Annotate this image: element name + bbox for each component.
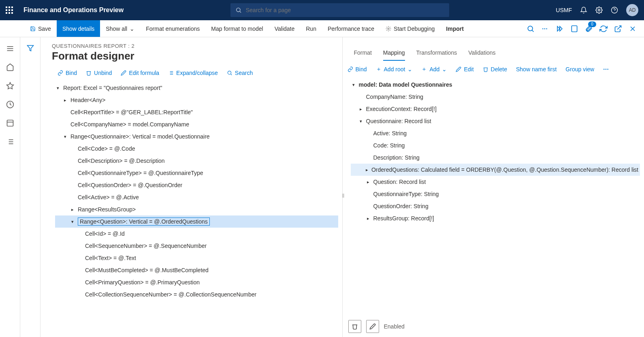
tree-node[interactable]: ▸Cell<Text> = @.Text [55,252,338,264]
tab-format[interactable]: Format [354,47,372,61]
tab-validations[interactable]: Validations [468,47,495,61]
r-more-icon[interactable]: ⋯ [603,66,610,73]
office-icon[interactable] [570,25,578,33]
delete-button[interactable]: Delete [483,66,507,73]
footer-delete-button[interactable] [348,320,361,333]
tree-node-label: Active: String [373,130,407,137]
unbind-button[interactable]: Unbind [86,70,112,76]
r-bind-button[interactable]: Bind [348,66,367,73]
expand-collapse-button[interactable]: Expand/collapse [168,70,218,76]
tree-node[interactable]: ▸Cell<CompanyName> = model.CompanyName [55,118,338,130]
tree-node[interactable]: ▾Questionnaire: Record list [351,115,640,127]
legal-entity[interactable]: USMF [556,7,572,13]
tree-node[interactable]: ▸Header<Any> [55,94,338,106]
performance-trace-button[interactable]: Performance trace [322,20,380,37]
tree-node[interactable]: ▸QuestionnaireType: String [351,188,640,200]
filter-icon[interactable] [27,45,34,52]
caret-right-icon[interactable]: ▸ [365,167,369,173]
tree-node[interactable]: ▾Report: Excel = "Questionnaires report" [55,82,338,94]
related-icon[interactable] [556,25,564,33]
tree-node[interactable]: ▸Cell<MustBeCompleted> = @.MustBeComplet… [55,264,338,276]
caret-down-icon[interactable]: ▾ [70,219,75,224]
tree-node[interactable]: ▸Cell<CollectionSequenceNumber> = @.Coll… [55,288,338,301]
mapping-tree[interactable]: ▾model: Data model Questionnaires▸Compan… [343,76,644,316]
workspace-icon[interactable] [6,119,14,127]
caret-down-icon[interactable]: ▾ [351,82,356,87]
enabled-label: Enabled [384,323,405,330]
caret-right-icon[interactable]: ▸ [358,107,364,112]
r-edit-button[interactable]: Edit [456,66,473,73]
tree-node[interactable]: ▾Range<Question>: Vertical = @.OrderedQu… [55,215,338,228]
caret-right-icon[interactable]: ▸ [70,207,75,212]
tree-search-button[interactable]: Search [227,70,253,76]
tree-node[interactable]: ▸Code: String [351,139,640,151]
attachments-icon[interactable] [585,25,593,33]
popout-icon[interactable] [614,25,622,33]
hamburger-icon[interactable] [6,45,14,53]
bind-button[interactable]: Bind [58,70,77,76]
show-all-button[interactable]: Show all⌄ [100,20,140,37]
refresh-icon[interactable] [599,25,608,33]
tree-node[interactable]: ▸Cell<ReportTitle> = @"GER_LABEL:ReportT… [55,106,338,118]
format-tree[interactable]: ▾Report: Excel = "Questionnaires report"… [41,79,342,337]
run-button[interactable]: Run [300,20,322,37]
more-icon[interactable]: ⋯ [541,25,549,33]
save-button[interactable]: Save [24,20,57,37]
caret-right-icon[interactable]: ▸ [365,216,371,221]
close-icon[interactable] [629,25,637,33]
tab-mapping[interactable]: Mapping [383,47,405,61]
search-action-icon[interactable] [527,25,535,33]
gear-icon[interactable] [595,6,603,14]
tree-node[interactable]: ▸Cell<Description> = @.Description [55,155,338,167]
tree-node-label: Code: String [373,142,405,149]
tree-node[interactable]: ▸Range<ResultsGroup> [55,203,338,215]
tree-node[interactable]: ▾model: Data model Questionnaires [351,79,640,91]
search-input[interactable] [246,7,444,13]
start-debugging-button[interactable]: Start Debugging [380,20,440,37]
caret-down-icon[interactable]: ▾ [358,119,364,124]
app-launcher-icon[interactable] [6,6,13,14]
edit-formula-button[interactable]: Edit formula [121,70,159,76]
map-format-button[interactable]: Map format to model [205,20,269,37]
star-icon[interactable] [6,82,14,90]
tree-node[interactable]: ▸Cell<PrimaryQuestion> = @.PrimaryQuesti… [55,276,338,288]
tree-node[interactable]: ▸Cell<QuestionnaireType> = @.Questionnai… [55,167,338,179]
show-name-first-button[interactable]: Show name first [516,66,557,73]
caret-down-icon[interactable]: ▾ [62,134,68,139]
help-icon[interactable] [611,6,618,14]
tab-transformations[interactable]: Transformations [416,47,457,61]
validate-button[interactable]: Validate [269,20,301,37]
tree-node[interactable]: ▸Cell<Active> = @.Active [55,191,338,203]
format-enumerations-button[interactable]: Format enumerations [140,20,205,37]
bell-icon[interactable] [580,6,587,14]
user-avatar[interactable]: AD [626,4,638,16]
caret-right-icon[interactable]: ▸ [365,179,371,185]
tree-node-label: Header<Any> [70,97,105,103]
tree-node[interactable]: ▸ExecutionContext: Record[!] [351,103,640,115]
import-button[interactable]: Import [440,20,469,37]
show-details-button[interactable]: Show details [57,20,100,37]
tree-node[interactable]: ▸Cell<QuestionOrder> = @.QuestionOrder [55,179,338,191]
tree-node[interactable]: ▸Cell<SequenceNumber> = @.SequenceNumber [55,240,338,252]
tree-node[interactable]: ▸OrderedQuestions: Calculated field = OR… [351,164,640,176]
home-icon[interactable] [6,63,14,71]
tree-node[interactable]: ▸CompanyName: String [351,91,640,103]
recent-icon[interactable] [6,100,14,109]
tree-node[interactable]: ▸Active: String [351,127,640,139]
tree-node[interactable]: ▸QuestionOrder: String [351,200,640,212]
footer-edit-button[interactable] [366,320,379,333]
caret-right-icon[interactable]: ▸ [62,98,68,103]
tree-node[interactable]: ▸Cell<Code> = @.Code [55,143,338,155]
add-root-button[interactable]: ＋Add root⌄ [376,66,413,73]
caret-down-icon[interactable]: ▾ [55,85,61,91]
tree-node[interactable]: ▸Question: Record list [351,176,640,188]
tree-node[interactable]: ▸ResultsGroup: Record[!] [351,212,640,224]
group-view-button[interactable]: Group view [565,66,594,73]
modules-icon[interactable] [6,138,14,146]
tree-node[interactable]: ▸Description: String [351,151,640,164]
global-search[interactable] [230,3,449,17]
add-button[interactable]: ＋Add⌄ [421,66,447,73]
tree-node[interactable]: ▾Range<Questionnaire>: Vertical = model.… [55,130,338,143]
tree-node-label: Cell<CollectionSequenceNumber> = @.Colle… [85,291,256,298]
tree-node[interactable]: ▸Cell<Id> = @.Id [55,228,338,240]
